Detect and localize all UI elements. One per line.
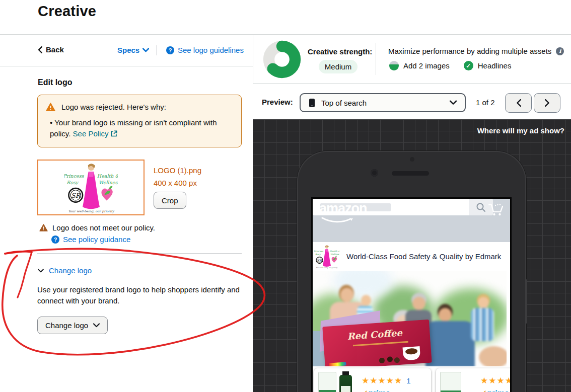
prev-preview-button[interactable] (505, 93, 532, 113)
rainbow-stripe (329, 362, 346, 366)
page-title: Creative (38, 3, 96, 20)
preview-bar: Preview: Top of search 1 of 2 (253, 84, 571, 119)
phone-icon (309, 98, 315, 108)
rating-stars: ★★★★★ 1 (362, 375, 411, 386)
chevron-down-icon (38, 269, 44, 273)
change-logo-toggle[interactable]: Change logo (38, 266, 92, 275)
asset-add-images[interactable]: Add 2 images (389, 61, 450, 70)
partial-progress-icon (389, 61, 399, 70)
ad-preview-canvas: Where will my ad show? amazon (253, 119, 571, 392)
info-icon[interactable]: i (556, 47, 564, 55)
chevron-right-icon (545, 99, 550, 107)
chevron-down-icon (450, 100, 457, 105)
prime-badge: ✓prime (362, 388, 390, 392)
edit-logo-heading: Edit logo (38, 78, 72, 87)
amazon-logo: amazon (319, 201, 367, 216)
phone-speaker (392, 171, 429, 176)
prime-label: prime (487, 389, 509, 392)
prime-badge: ✓prime (480, 388, 509, 392)
policy-warning: Logo does not meet our policy. (39, 223, 155, 232)
coffee-cup-graphic (403, 346, 421, 360)
specs-dropdown[interactable]: Specs (117, 46, 149, 54)
creative-page: Princess Rosy Health & Wellness SR Your … (0, 0, 571, 392)
separator (157, 45, 157, 55)
divider (37, 253, 242, 254)
product-cards-row: ★★★★★ 1 ✓prime ★★★★★ (313, 366, 510, 392)
amazon-smile-icon (321, 217, 355, 223)
strength-donut-gauge (262, 40, 302, 79)
logo-filename: LOGO (1).png (154, 166, 201, 175)
policy-guidance-label: See policy guidance (63, 235, 130, 244)
back-button[interactable]: Back (38, 45, 64, 54)
external-link-icon (111, 130, 117, 137)
chevron-left-icon (38, 46, 42, 53)
asset-label: Headlines (478, 61, 512, 70)
coffee-box-accent (353, 341, 408, 347)
crop-label: Crop (162, 196, 178, 205)
help-icon: ? (166, 46, 174, 54)
coffee-beans-graphic (377, 356, 401, 364)
strength-value-badge: Medium (319, 60, 358, 73)
change-logo-toggle-label: Change logo (49, 266, 92, 275)
divider (0, 66, 253, 66)
help-icon: ? (51, 236, 59, 244)
stars: ★★★★★ (362, 375, 402, 386)
cart-icon[interactable] (487, 203, 504, 216)
ad-brand-logo (314, 244, 339, 269)
warning-icon (39, 224, 48, 231)
chevron-left-icon (516, 99, 521, 107)
placement-dropdown[interactable]: Top of search (300, 93, 466, 112)
brand-logo-image (64, 161, 118, 214)
stars: ★★★★★ (480, 375, 512, 386)
alert-reason: Your brand logo is missing or isn't comp… (50, 117, 226, 139)
canvas-caption: Where will my ad show? (477, 126, 564, 135)
guidelines-label: See logo guidelines (178, 46, 244, 54)
logo-dimensions: 400 x 400 px (154, 179, 197, 187)
logo-thumbnail[interactable] (37, 160, 145, 215)
change-logo-description: Use your registered brand logo to help s… (37, 284, 246, 306)
see-policy-link[interactable]: See Policy (73, 129, 109, 138)
prime-label: prime (368, 389, 390, 392)
phone-screen: amazon (311, 197, 512, 392)
sponsored-brand-header[interactable]: World-Class Food Safety & Quality by Edm… (313, 242, 510, 271)
separator (376, 43, 376, 75)
next-preview-button[interactable] (534, 93, 560, 113)
crop-button[interactable]: Crop (154, 192, 186, 209)
review-count[interactable]: 1 (406, 376, 410, 385)
divider (0, 34, 253, 35)
strength-label: Creative strength: (308, 47, 372, 56)
phone-camera (371, 169, 378, 177)
specs-label: Specs (117, 46, 139, 54)
back-label: Back (46, 45, 64, 54)
asset-checklist: Add 2 images ✓ Headlines (389, 61, 511, 70)
policy-guidance-link[interactable]: ? See policy guidance (51, 235, 130, 244)
change-logo-button[interactable]: Change logo (37, 317, 108, 334)
chevron-down-icon (142, 48, 149, 52)
policy-warning-text: Logo does not meet our policy. (52, 223, 155, 232)
amazon-app-header: amazon (313, 199, 510, 242)
product-card[interactable]: ★★★★★ ✓prime (436, 368, 512, 392)
warning-icon (46, 103, 55, 111)
creative-strength-card: Creative strength: Medium Maximize perfo… (253, 34, 571, 84)
ad-hero-image[interactable]: Red Coffee (313, 271, 507, 366)
prime-check-icon: ✓ (362, 389, 368, 392)
logo-guidelines-link[interactable]: ? See logo guidelines (166, 46, 244, 54)
placement-value: Top of search (321, 99, 367, 107)
red-coffee-label: Red Coffee (347, 327, 402, 342)
product-card[interactable]: ★★★★★ 1 ✓prime (314, 368, 431, 392)
preview-label: Preview: (262, 98, 293, 106)
asset-headlines[interactable]: ✓ Headlines (464, 61, 512, 70)
check-icon: ✓ (464, 61, 473, 70)
strength-tip-text: Maximize performance by adding multiple … (388, 47, 551, 55)
prime-check-icon: ✓ (480, 389, 487, 392)
red-coffee-box: Red Coffee (322, 320, 432, 366)
phone-sensor (410, 157, 414, 162)
search-icon (476, 202, 486, 212)
chevron-down-icon (93, 323, 100, 328)
ad-headline: World-Class Food Safety & Quality by Edm… (346, 252, 501, 261)
phone-side-button (525, 279, 527, 324)
alert-title: Logo was rejected. Here's why: (61, 103, 166, 111)
rejection-alert: Logo was rejected. Here's why: Your bran… (37, 95, 242, 147)
strength-tip: Maximize performance by adding multiple … (388, 47, 564, 55)
rating-stars: ★★★★★ (480, 375, 512, 386)
